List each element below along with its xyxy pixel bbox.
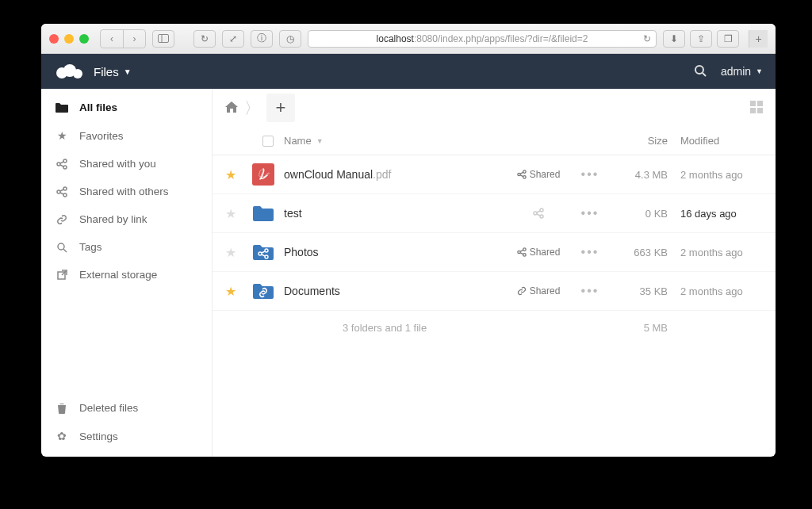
- toolbar-right-group: ⬇ ⇪ ❐: [663, 30, 739, 48]
- file-modified: 2 months ago: [680, 285, 743, 297]
- svg-point-32: [540, 215, 543, 218]
- sidebar-item-settings[interactable]: ✿ Settings: [41, 422, 212, 450]
- sidebar: All files ★ Favorites Shared with you Sh…: [41, 89, 213, 457]
- table-row[interactable]: ★DocumentsShared•••35 KB2 months ago: [213, 272, 776, 311]
- share-icon: [56, 159, 68, 170]
- column-header-size[interactable]: Size: [606, 135, 668, 147]
- table-row[interactable]: ★PhotosShared•••663 KB2 months ago: [213, 233, 776, 272]
- reader-button[interactable]: ⤢: [222, 30, 244, 48]
- window-zoom-button[interactable]: [79, 34, 89, 44]
- file-name[interactable]: Photos: [284, 246, 319, 258]
- share-button[interactable]: ⇪: [690, 30, 712, 48]
- file-modified: 2 months ago: [680, 247, 743, 258]
- trash-icon: [56, 403, 68, 414]
- sidebar-item-external[interactable]: External storage: [41, 261, 212, 289]
- info-button[interactable]: ⓘ: [251, 30, 273, 48]
- column-header-modified[interactable]: Modified: [668, 135, 763, 147]
- url-port: :8080: [414, 33, 438, 44]
- sidebar-item-label: External storage: [79, 269, 157, 281]
- svg-line-43: [520, 250, 523, 251]
- sidebar-item-shared-with-others[interactable]: Shared with others: [41, 178, 212, 205]
- row-more-menu[interactable]: •••: [581, 167, 599, 181]
- favorite-star[interactable]: ★: [225, 246, 236, 259]
- share-status[interactable]: Shared: [503, 169, 574, 180]
- file-name[interactable]: test: [284, 207, 302, 220]
- sidebar-toggle-button[interactable]: [152, 30, 174, 48]
- file-name[interactable]: ownCloud Manual.pdf: [284, 168, 391, 181]
- sidebar-item-deleted[interactable]: Deleted files: [41, 394, 212, 422]
- reload-button[interactable]: ↻: [193, 30, 216, 48]
- owncloud-logo[interactable]: [54, 63, 84, 79]
- sidebar-item-tags[interactable]: Tags: [41, 233, 212, 261]
- svg-point-26: [523, 170, 525, 173]
- downloads-button[interactable]: ⬇: [663, 30, 685, 48]
- row-more-menu[interactable]: •••: [581, 284, 599, 297]
- sidebar-item-allfiles[interactable]: All files: [41, 94, 212, 121]
- svg-line-34: [537, 214, 540, 216]
- window-close-button[interactable]: [49, 34, 59, 44]
- column-header-name[interactable]: Name ▼: [284, 135, 503, 147]
- row-more-menu[interactable]: •••: [581, 206, 599, 220]
- svg-rect-24: [757, 108, 763, 113]
- favorite-star[interactable]: ★: [225, 285, 236, 298]
- file-list: ★ownCloud Manual.pdfShared•••4.3 MB2 mon…: [213, 155, 776, 311]
- sidebar-item-shared-with-you[interactable]: Shared with you: [41, 150, 212, 178]
- sidebar-item-favorites[interactable]: ★ Favorites: [41, 121, 212, 150]
- sidebar-item-shared-by-link[interactable]: Shared by link: [41, 205, 212, 233]
- sidebar-item-label: Favorites: [79, 130, 124, 142]
- share-status[interactable]: [503, 208, 574, 219]
- svg-line-29: [520, 175, 523, 177]
- table-row[interactable]: ★ownCloud Manual.pdfShared•••4.3 MB2 mon…: [213, 155, 776, 194]
- svg-line-15: [60, 189, 63, 191]
- table-row[interactable]: ★test•••0 KB16 days ago: [213, 194, 776, 233]
- share-icon: [56, 186, 68, 197]
- svg-point-25: [517, 173, 519, 175]
- share-status[interactable]: Shared: [503, 285, 574, 297]
- file-modified: 16 days ago: [680, 208, 737, 220]
- traffic-lights: [49, 34, 89, 44]
- svg-line-18: [63, 249, 67, 252]
- tabs-button[interactable]: ❐: [717, 30, 739, 48]
- view-grid-toggle[interactable]: [750, 101, 763, 116]
- select-all-checkbox[interactable]: [262, 136, 274, 147]
- folder-icon: [56, 102, 68, 113]
- url-host: localhost: [377, 33, 414, 44]
- nav-buttons: ‹ ›: [100, 29, 146, 48]
- breadcrumb-home[interactable]: [225, 101, 238, 115]
- row-more-menu[interactable]: •••: [581, 245, 599, 258]
- search-icon[interactable]: [694, 64, 707, 79]
- svg-point-40: [517, 251, 519, 253]
- app-switcher[interactable]: Files ▼: [94, 65, 132, 78]
- share-status[interactable]: Shared: [503, 247, 574, 258]
- clock-button[interactable]: ◷: [279, 30, 301, 48]
- user-menu[interactable]: admin ▼: [721, 65, 763, 78]
- nav-back-button[interactable]: ‹: [101, 30, 123, 48]
- new-tab-button[interactable]: +: [749, 30, 768, 48]
- breadcrumb-separator: 〉: [244, 98, 260, 119]
- favorite-star[interactable]: ★: [225, 168, 236, 182]
- address-bar[interactable]: localhost:8080/index.php/apps/files/?dir…: [308, 30, 657, 48]
- summary-size: 5 MB: [644, 322, 668, 334]
- file-name[interactable]: Documents: [284, 285, 340, 297]
- svg-line-16: [60, 193, 63, 194]
- main-content: 〉 + Name ▼ Size Modified: [213, 89, 776, 457]
- file-size: 35 KB: [640, 285, 668, 297]
- folder-icon: [252, 202, 274, 224]
- pdf-icon: [252, 163, 274, 186]
- sidebar-item-label: All files: [79, 101, 117, 113]
- address-reload-icon[interactable]: ↻: [643, 33, 651, 44]
- link-icon: [56, 214, 68, 225]
- window-minimize-button[interactable]: [64, 34, 74, 44]
- browser-toolbar: ‹ › ↻ ⤢ ⓘ ◷ localhost:8080/index.php/app…: [41, 24, 776, 54]
- svg-line-10: [60, 162, 63, 163]
- favorite-star[interactable]: ★: [225, 207, 236, 220]
- breadcrumb-bar: 〉 +: [213, 89, 776, 127]
- file-size: 663 KB: [634, 247, 668, 258]
- sort-caret-icon: ▼: [316, 137, 324, 145]
- new-button[interactable]: +: [266, 94, 295, 122]
- app-name-label: Files: [94, 65, 119, 78]
- nav-forward-button[interactable]: ›: [123, 30, 145, 48]
- file-size: 4.3 MB: [635, 169, 668, 181]
- svg-point-30: [534, 212, 537, 215]
- svg-point-27: [523, 176, 525, 178]
